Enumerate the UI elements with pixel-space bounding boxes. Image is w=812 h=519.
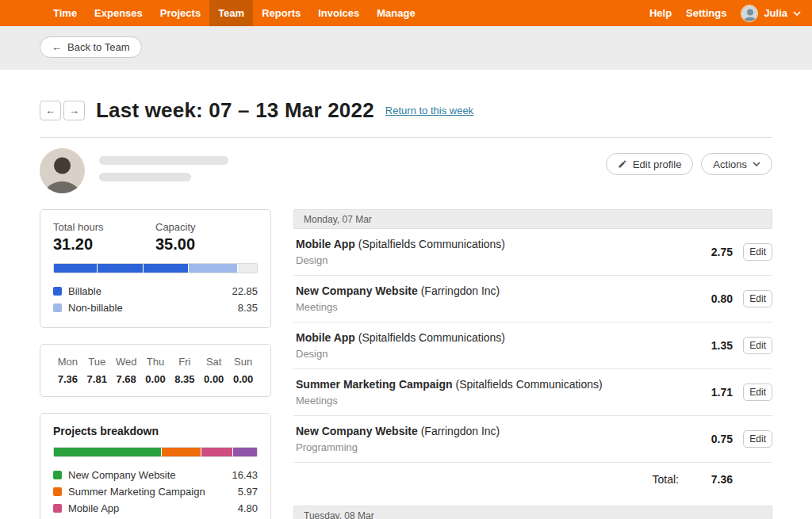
back-to-team-button[interactable]: ← Back to Team	[40, 36, 142, 58]
week-grid: Mon7.36Tue7.81Wed7.68Thu0.00Fri8.35Sat0.…	[53, 356, 258, 385]
entry-project: New Company Website (Farringdon Inc)	[296, 284, 690, 297]
entry-text: Mobile App (Spitalfields Communications)…	[296, 331, 690, 360]
week-day-tue: Tue7.81	[82, 356, 112, 385]
day-header: Monday, 07 Mar	[293, 209, 772, 229]
nav-item-help[interactable]: Help	[649, 7, 672, 19]
bar-segment	[233, 448, 258, 456]
legend-swatch	[53, 471, 62, 479]
pencil-icon	[618, 159, 627, 169]
bar-segment	[98, 264, 143, 273]
edit-button[interactable]: Edit	[743, 243, 772, 261]
legend-swatch	[53, 303, 62, 312]
projects-breakdown-title: Projects breakdown	[53, 425, 258, 437]
entry-task: Programming	[296, 441, 690, 453]
legend-item: Billable22.85	[53, 283, 258, 300]
entry-text: Mobile App (Spitalfields Communications)…	[296, 238, 690, 266]
edit-button[interactable]: Edit	[743, 384, 772, 401]
actions-label: Actions	[713, 158, 747, 170]
nav-item-settings[interactable]: Settings	[686, 7, 726, 19]
page-title: Last week: 07 – 13 Mar 2022	[96, 98, 374, 123]
nav-item-invoices[interactable]: Invoices	[309, 0, 368, 26]
profile-actions: Edit profile Actions	[606, 153, 772, 175]
edit-slot: Edit	[744, 430, 772, 448]
entry-hours: 0.80	[690, 292, 733, 305]
week-day-value: 0.00	[228, 373, 258, 385]
legend-item: Mobile App4.80	[53, 500, 258, 517]
edit-button[interactable]: Edit	[743, 430, 772, 448]
projects-breakdown-card: Projects breakdown New Company Website16…	[40, 413, 271, 519]
entry-text: New Company Website (Farringdon Inc)Prog…	[296, 425, 690, 453]
previous-week-button[interactable]: ←	[40, 101, 61, 120]
week-day-value: 7.36	[53, 373, 82, 385]
bar-segment	[144, 264, 188, 273]
bar-segment	[54, 448, 161, 456]
legend-value: 8.35	[238, 302, 258, 314]
nav-item-time[interactable]: Time	[44, 0, 86, 26]
bar-segment	[189, 264, 237, 273]
week-day-value: 7.81	[82, 373, 112, 385]
nav-item-manage[interactable]: Manage	[368, 0, 423, 26]
edit-button[interactable]: Edit	[743, 337, 772, 354]
week-day-sat: Sat0.00	[199, 356, 228, 385]
nav-item-team[interactable]: Team	[209, 0, 253, 26]
total-hours-value: 31.20	[53, 235, 155, 254]
nav-item-expenses[interactable]: Expenses	[86, 0, 151, 26]
week-day-wed: Wed7.68	[112, 356, 141, 385]
chevron-down-icon	[793, 11, 801, 16]
nav-items: TimeExpensesProjectsTeamReportsInvoicesM…	[44, 0, 424, 26]
next-week-button[interactable]: →	[63, 101, 85, 120]
nav-item-reports[interactable]: Reports	[253, 0, 309, 26]
legend-label: Mobile App	[68, 502, 232, 514]
hours-bar	[53, 263, 258, 273]
profile-avatar	[40, 148, 85, 193]
entry-project: Mobile App (Spitalfields Communications)	[296, 238, 690, 250]
legend-item: New Company Website16.43	[53, 467, 258, 483]
week-day-name: Sun	[228, 356, 258, 368]
legend-value: 22.85	[232, 285, 258, 297]
profile-name-placeholder	[99, 156, 228, 181]
summary-sidebar: Total hours 31.20 Capacity 35.00 Billabl…	[40, 209, 271, 519]
day-total-label: Total:	[653, 473, 679, 486]
legend-swatch	[53, 487, 62, 496]
entry-hours: 1.35	[690, 339, 733, 352]
edit-slot: Edit	[744, 243, 772, 261]
week-day-fri: Fri8.35	[170, 356, 199, 385]
week-day-name: Mon	[53, 356, 82, 368]
edit-slot: Edit	[744, 337, 772, 354]
back-bar: ← Back to Team	[0, 26, 812, 70]
week-days-card: Mon7.36Tue7.81Wed7.68Thu0.00Fri8.35Sat0.…	[40, 344, 271, 397]
bar-segment	[54, 264, 97, 273]
profile-row: Edit profile Actions	[40, 148, 772, 193]
user-avatar	[741, 5, 758, 22]
nav-item-projects[interactable]: Projects	[151, 0, 209, 26]
actions-button[interactable]: Actions	[701, 153, 772, 175]
week-day-thu: Thu0.00	[141, 356, 170, 385]
hours-summary-card: Total hours 31.20 Capacity 35.00 Billabl…	[40, 209, 271, 328]
legend-swatch	[53, 504, 62, 513]
entry-task: Design	[296, 348, 690, 360]
projects-bar	[53, 447, 258, 457]
time-entry-row: New Company Website (Farringdon Inc)Meet…	[293, 276, 772, 322]
entry-task: Design	[296, 254, 690, 266]
user-menu[interactable]: Julia	[741, 5, 801, 22]
week-day-value: 7.68	[112, 373, 141, 385]
week-day-sun: Sun0.00	[228, 356, 258, 385]
name-placeholder-bar	[99, 173, 191, 181]
bar-segment	[162, 448, 201, 456]
edit-profile-button[interactable]: Edit profile	[606, 153, 693, 175]
legend-label: New Company Website	[68, 469, 225, 481]
divider	[40, 137, 772, 138]
legend-item: Summer Marketing Campaign5.97	[53, 483, 258, 500]
legend-swatch	[53, 287, 62, 296]
week-day-name: Tue	[82, 356, 112, 368]
week-day-name: Thu	[141, 356, 170, 368]
left-arrow-icon: ←	[52, 41, 62, 53]
user-name: Julia	[764, 7, 787, 19]
week-day-name: Sat	[199, 356, 228, 368]
week-day-name: Fri	[170, 356, 199, 368]
legend-value: 16.43	[232, 469, 258, 481]
edit-button[interactable]: Edit	[743, 290, 772, 307]
return-to-this-week-link[interactable]: Return to this week	[385, 105, 473, 116]
back-to-team-label: Back to Team	[67, 41, 130, 53]
legend-value: 5.97	[238, 486, 258, 498]
